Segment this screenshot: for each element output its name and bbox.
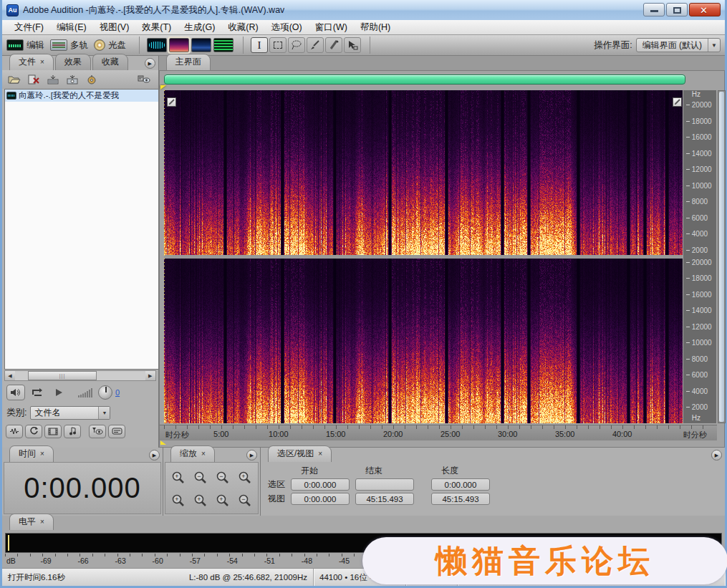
show-midi-files-button[interactable]: [64, 425, 81, 438]
effects-paintbrush-tool[interactable]: [307, 37, 324, 53]
close-file-button[interactable]: [25, 72, 42, 87]
view-start-field[interactable]: 0:00.000: [291, 493, 350, 505]
scrollbar-track[interactable]: |||: [15, 371, 145, 380]
close-tab-icon[interactable]: ×: [40, 450, 44, 458]
menu-item[interactable]: 收藏(R): [221, 20, 264, 35]
close-tab-icon[interactable]: ×: [40, 518, 44, 526]
spectral-pan-view-button[interactable]: [191, 38, 211, 52]
selection-end-field[interactable]: [355, 478, 414, 491]
spot-healing-brush-tool[interactable]: [325, 37, 342, 53]
titlebar[interactable]: Au Adobe Audition -向蕙玲.-.[我爱的人不是爱我的人].专辑…: [2, 0, 725, 20]
files-horizontal-scrollbar[interactable]: ◀ ||| ▶: [4, 370, 156, 381]
spectral-frequency-view-button[interactable]: [169, 38, 189, 52]
file-list[interactable]: 向蕙玲.-.[我爱的人不是爱我: [4, 89, 158, 370]
scrollbar-thumb[interactable]: |||: [28, 371, 97, 380]
show-audio-files-button[interactable]: [6, 425, 23, 438]
multitrack-view-button[interactable]: 多轨: [50, 39, 88, 52]
insert-multitrack-button[interactable]: [44, 72, 62, 87]
preview-controls: 0: [2, 381, 158, 404]
category-select[interactable]: 文件名 ▼: [30, 406, 110, 420]
panel-menu-icon[interactable]: ▶: [149, 450, 160, 461]
selection-start-field[interactable]: 0:00.000: [291, 478, 350, 491]
panel-menu-icon[interactable]: ▶: [145, 58, 155, 69]
playhead-marker-top[interactable]: [160, 85, 166, 90]
tab-effects[interactable]: 效果: [55, 54, 91, 70]
tab-selection-view[interactable]: 选区/视图×: [268, 445, 332, 462]
view-length-field[interactable]: 45:15.493: [431, 493, 490, 505]
lasso-selection-tool[interactable]: [288, 37, 305, 53]
spectral-phase-view-button[interactable]: [213, 38, 233, 52]
close-button[interactable]: ✕: [689, 3, 721, 16]
menu-item[interactable]: 窗口(W): [309, 20, 354, 35]
insert-cd-button[interactable]: [64, 72, 81, 87]
chevron-down-icon[interactable]: ▼: [98, 407, 110, 419]
menu-item[interactable]: 效果(T): [135, 20, 178, 35]
vertical-scrollbar[interactable]: [718, 90, 726, 423]
edit-view-button[interactable]: 编辑: [6, 39, 44, 52]
tab-level[interactable]: 电平×: [9, 514, 54, 530]
playhead-marker-bottom[interactable]: [160, 440, 166, 445]
panel-menu-icon[interactable]: ▶: [711, 450, 722, 461]
frequency-axis[interactable]: Hz 2000018000160001400012000100008000600…: [683, 90, 716, 423]
show-loop-files-button[interactable]: [25, 425, 42, 438]
play-preview-button[interactable]: [49, 385, 68, 400]
vertical-scrollbar-thumb[interactable]: [719, 92, 724, 422]
chevron-down-icon[interactable]: ▼: [708, 39, 720, 52]
zoom-in-horizontal-button[interactable]: +: [168, 467, 189, 488]
spectrogram-canvas[interactable]: [164, 90, 683, 423]
selection-length-field[interactable]: 0:00.000: [431, 478, 490, 491]
timeline-ruler[interactable]: 时分秒 5:0010:0015:0020:0025:0030:0035:0040…: [160, 425, 717, 440]
workspace-select[interactable]: 编辑界面 (默认) ▼: [636, 38, 721, 52]
scroll-left-icon[interactable]: ◀: [5, 371, 15, 380]
menu-item[interactable]: 编辑(E): [50, 20, 93, 35]
tab-zoom[interactable]: 缩放×: [170, 445, 215, 462]
open-file-button[interactable]: [6, 72, 23, 87]
zoom-in-left-edge-button[interactable]: +: [168, 490, 189, 511]
waveform-view-button[interactable]: [147, 38, 167, 52]
zoom-out-full-button[interactable]: −: [213, 467, 233, 488]
insert-audio-button[interactable]: [83, 72, 100, 87]
scroll-right-icon[interactable]: ▶: [145, 371, 155, 380]
zoom-in-right-edge-button[interactable]: +: [191, 490, 211, 511]
time-selection-tool[interactable]: I: [251, 37, 268, 53]
spectral-handle-left[interactable]: [167, 97, 176, 107]
close-tab-icon[interactable]: ×: [40, 58, 44, 66]
zoom-navigation-bar[interactable]: [164, 74, 685, 85]
spectral-handle-right[interactable]: [673, 97, 682, 107]
menu-item[interactable]: 视图(V): [93, 20, 136, 35]
tab-time[interactable]: 时间×: [9, 445, 54, 462]
maximize-button[interactable]: [666, 3, 688, 16]
show-video-files-button[interactable]: [44, 425, 62, 438]
options-button[interactable]: [135, 72, 153, 87]
zoom-out-vertical-button[interactable]: −: [234, 490, 255, 511]
marquee-selection-tool[interactable]: [269, 37, 287, 53]
edit-view-icon: [6, 39, 24, 51]
loop-play-button[interactable]: [28, 385, 47, 400]
scrub-tool[interactable]: [344, 37, 361, 53]
preview-volume-knob[interactable]: [98, 385, 112, 400]
close-tab-icon[interactable]: ×: [318, 450, 322, 458]
menubar: 文件(F)编辑(E)视图(V)效果(T)生成(G)收藏(R)选项(O)窗口(W)…: [2, 20, 725, 35]
file-list-item[interactable]: 向蕙玲.-.[我爱的人不是爱我: [5, 90, 158, 102]
view-end-field[interactable]: 45:15.493: [355, 493, 414, 505]
panel-menu-icon[interactable]: ▶: [246, 450, 257, 461]
zoom-to-selection-button[interactable]: +: [234, 467, 255, 488]
auto-play-button[interactable]: [6, 385, 25, 400]
cue-list-button[interactable]: [108, 425, 125, 438]
preview-volume-value[interactable]: 0: [115, 388, 120, 397]
volume-icon[interactable]: [78, 387, 94, 397]
cd-view-button[interactable]: 光盘: [94, 39, 126, 52]
time-display[interactable]: 0:00.000: [4, 463, 160, 514]
menu-item[interactable]: 帮助(H): [354, 20, 397, 35]
tab-main-interface[interactable]: 主界面: [166, 54, 211, 70]
menu-item[interactable]: 选项(O): [265, 20, 309, 35]
tab-files[interactable]: 文件×: [9, 54, 54, 70]
menu-item[interactable]: 生成(G): [178, 20, 221, 35]
minimize-button[interactable]: [643, 3, 665, 16]
tab-favorites[interactable]: 收藏: [92, 54, 128, 70]
filter-options-button[interactable]: [89, 425, 106, 438]
close-tab-icon[interactable]: ×: [201, 450, 206, 458]
zoom-in-vertical-button[interactable]: +: [213, 490, 233, 511]
menu-item[interactable]: 文件(F): [8, 20, 50, 35]
zoom-out-horizontal-button[interactable]: −: [191, 467, 211, 488]
